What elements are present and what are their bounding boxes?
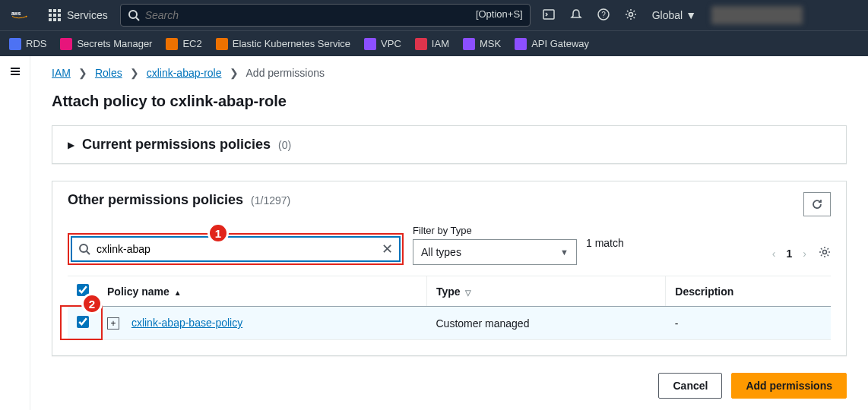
settings-icon[interactable]: [625, 8, 637, 23]
other-permissions-count: (1/1297): [251, 194, 290, 207]
type-filter-label: Filter by Type: [413, 225, 577, 236]
row-checkbox[interactable]: [77, 316, 89, 328]
search-icon: [78, 243, 90, 255]
chevron-down-icon: ▼: [686, 9, 696, 21]
policy-link[interactable]: cxlink-abap-base-policy: [131, 317, 242, 329]
service-label: IAM: [432, 38, 449, 49]
page-number: 1: [787, 248, 793, 260]
aws-logo[interactable]: aws: [9, 11, 36, 20]
cloudshell-icon[interactable]: [543, 8, 555, 23]
footer-actions: Cancel Add permissions: [52, 373, 847, 399]
chevron-right-icon: ❯: [230, 67, 239, 79]
service-icon: [463, 38, 475, 50]
service-shortcut[interactable]: RDS: [9, 38, 46, 50]
sort-asc-icon: ▲: [174, 289, 182, 297]
page-next[interactable]: ›: [803, 248, 806, 260]
hamburger-icon: [9, 68, 21, 80]
clear-filter-button[interactable]: ✕: [382, 241, 393, 257]
add-permissions-button[interactable]: Add permissions: [731, 373, 847, 399]
type-filter-select[interactable]: All types ▼: [413, 239, 577, 265]
service-label: MSK: [480, 38, 501, 49]
services-menu[interactable]: Services: [49, 9, 108, 21]
region-label: Global: [652, 9, 683, 21]
row-type: Customer managed: [426, 307, 665, 340]
policies-table: Policy name▲ Type▽ Description 2: [68, 276, 831, 340]
match-count: 1 match: [586, 237, 624, 249]
current-permissions-toggle[interactable]: ▶ Current permissions policies (0): [52, 126, 846, 163]
callout-2: 2: [81, 293, 103, 314]
chevron-right-icon: ❯: [78, 67, 87, 79]
type-filter-value: All types: [421, 246, 461, 258]
refresh-icon: [811, 198, 823, 210]
svg-point-1: [129, 11, 137, 18]
service-shortcut[interactable]: API Gateway: [515, 38, 589, 50]
service-shortcut[interactable]: VPC: [364, 38, 401, 50]
side-nav-toggle[interactable]: [0, 56, 30, 410]
service-icon: [60, 38, 72, 50]
page-prev[interactable]: ‹: [772, 248, 776, 260]
refresh-button[interactable]: [803, 192, 831, 216]
service-icon: [9, 38, 21, 50]
service-shortcut[interactable]: EC2: [166, 38, 201, 50]
current-permissions-count: (0): [278, 139, 291, 151]
service-icon: [415, 38, 427, 50]
service-icon: [216, 38, 228, 50]
col-type[interactable]: Type▽: [426, 276, 665, 307]
page-title: Attach policy to cxlink-abap-role: [52, 93, 847, 110]
notifications-icon[interactable]: [570, 8, 582, 23]
col-description[interactable]: Description: [666, 276, 831, 307]
breadcrumb-iam[interactable]: IAM: [52, 67, 71, 79]
service-label: RDS: [26, 38, 46, 49]
service-shortcut[interactable]: MSK: [463, 38, 501, 50]
table-row: 2 + cxlink-abap-base-policy Customer man…: [68, 307, 831, 340]
service-icon: [166, 38, 178, 50]
region-selector[interactable]: Global ▼: [652, 9, 696, 21]
current-permissions-panel: ▶ Current permissions policies (0): [52, 125, 847, 164]
expand-row-button[interactable]: +: [107, 317, 119, 330]
table-settings-button[interactable]: [819, 246, 831, 260]
breadcrumb-role-name[interactable]: cxlink-abap-role: [147, 67, 222, 79]
service-shortcut[interactable]: Secrets Manager: [60, 38, 152, 50]
services-label: Services: [67, 9, 108, 21]
cancel-button[interactable]: Cancel: [658, 373, 722, 399]
main-content: IAM ❯ Roles ❯ cxlink-abap-role ❯ Add per…: [30, 56, 868, 410]
policy-filter-input[interactable]: [97, 243, 375, 255]
caret-right-icon: ▶: [68, 140, 74, 150]
search-input[interactable]: [120, 4, 531, 27]
service-shortcut[interactable]: Elastic Kubernetes Service: [216, 38, 350, 50]
account-menu[interactable]: [711, 6, 803, 24]
col-policy-name[interactable]: Policy name▲: [98, 276, 426, 307]
type-filter: Filter by Type All types ▼: [413, 225, 577, 265]
top-nav: aws Services [Option+S] ? Global ▼: [0, 0, 868, 30]
grid-icon: [49, 9, 61, 21]
service-shortcut[interactable]: IAM: [415, 38, 449, 50]
svg-point-12: [823, 251, 827, 254]
service-label: VPC: [381, 38, 401, 49]
breadcrumb-current: Add permissions: [246, 67, 325, 79]
service-icon: [364, 38, 376, 50]
svg-rect-3: [543, 10, 554, 19]
service-label: EC2: [182, 38, 201, 49]
top-icon-group: ? Global ▼: [543, 6, 803, 24]
service-label: API Gateway: [531, 38, 589, 49]
chevron-right-icon: ❯: [130, 67, 139, 79]
breadcrumb: IAM ❯ Roles ❯ cxlink-abap-role ❯ Add per…: [52, 67, 847, 79]
callout-1: 1: [207, 222, 229, 244]
breadcrumb-roles[interactable]: Roles: [95, 67, 122, 79]
other-permissions-header: Other permissions policies (1/1297): [52, 181, 846, 219]
svg-text:?: ?: [601, 11, 606, 19]
svg-point-6: [629, 12, 632, 16]
svg-line-2: [136, 17, 139, 20]
help-icon[interactable]: ?: [597, 8, 610, 23]
current-permissions-title: Current permissions policies: [82, 137, 271, 153]
service-label: Secrets Manager: [77, 38, 152, 49]
service-icon: [515, 38, 527, 50]
global-search: [Option+S]: [120, 4, 531, 27]
service-label: Elastic Kubernetes Service: [233, 38, 350, 49]
svg-point-10: [80, 244, 87, 252]
svg-text:aws: aws: [11, 11, 21, 16]
svg-line-11: [87, 251, 90, 254]
service-favorites-bar: RDSSecrets ManagerEC2Elastic Kubernetes …: [0, 30, 868, 56]
pagination: ‹ 1 ›: [772, 248, 806, 260]
policy-filter-wrap: 1 ✕: [68, 233, 404, 265]
